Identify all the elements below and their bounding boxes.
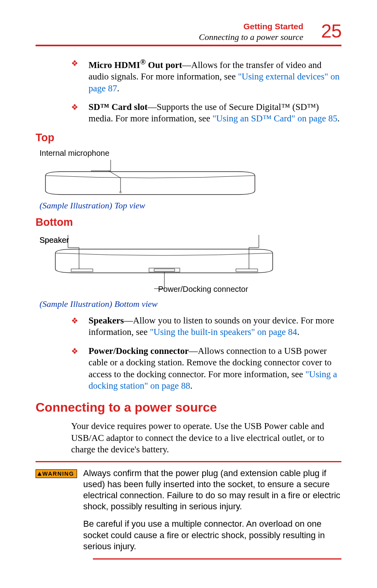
header-text-block: Getting Started Connecting to a power so… xyxy=(199,22,303,42)
warning-rule-bottom xyxy=(93,558,341,560)
bullet-item: ❖ Speakers—Allow you to listen to sounds… xyxy=(71,315,341,338)
bullet-tail: . xyxy=(190,381,192,391)
bullet-tail: . xyxy=(337,113,340,123)
bullet-bold: SD™ Card slot xyxy=(89,102,148,112)
bullet-text: SD™ Card slot—Supports the use of Secure… xyxy=(89,101,341,125)
bottom-view-svg xyxy=(40,233,292,297)
bullet-icon: ❖ xyxy=(71,315,89,326)
header-section: Connecting to a power source xyxy=(199,32,303,42)
content-top-bullets: ❖ Micro HDMI® Out port—Allows for the tr… xyxy=(36,57,341,125)
svg-rect-12 xyxy=(154,269,175,271)
top-view-svg xyxy=(40,160,265,197)
bullet-icon: ❖ xyxy=(71,101,89,113)
warning-badge: WARNING xyxy=(36,469,77,478)
bullet-text: Micro HDMI® Out port—Allows for the tran… xyxy=(89,57,341,94)
cross-ref-link[interactable]: "Using the built-in speakers" on page 84 xyxy=(150,327,297,337)
caption-top-view: (Sample Illustration) Top view xyxy=(40,200,341,211)
top-view-diagram: Internal microphone (Sample Illustration… xyxy=(36,149,341,211)
bullet-bold: Power/Docking connector xyxy=(89,346,189,356)
bottom-view-diagram: Speaker Speaker Power/Docking connector … xyxy=(36,233,341,309)
bullet-bold: Speakers xyxy=(89,316,124,325)
bullet-icon: ❖ xyxy=(71,345,89,357)
content-bottom-bullets: ❖ Speakers—Allow you to listen to sounds… xyxy=(36,315,341,392)
bullet-item: ❖ SD™ Card slot—Supports the use of Secu… xyxy=(71,101,341,125)
cross-ref-link[interactable]: "Using an SD™ Card" on page 85 xyxy=(213,113,337,123)
page-number: 25 xyxy=(321,22,341,41)
svg-point-2 xyxy=(120,191,121,193)
callout-internal-mic: Internal microphone xyxy=(40,149,109,158)
bullet-item: ❖ Power/Docking connector—Allows connect… xyxy=(71,345,341,392)
warning-triangle-icon xyxy=(38,472,41,476)
svg-rect-10 xyxy=(236,269,258,272)
bullet-item: ❖ Micro HDMI® Out port—Allows for the tr… xyxy=(71,57,341,94)
power-source-paragraph: Your device requires power to operate. U… xyxy=(71,420,341,455)
bullet-bold-cont: Out port xyxy=(146,60,182,70)
subheading-top: Top xyxy=(36,132,341,144)
warning-rule-top xyxy=(36,461,341,462)
header-chapter: Getting Started xyxy=(199,22,303,31)
bullet-tail: . xyxy=(117,83,119,93)
warning-paragraph-2: Be careful if you use a multiple connect… xyxy=(83,518,341,552)
page-header: Getting Started Connecting to a power so… xyxy=(36,22,341,42)
heading-power-source: Connecting to a power source xyxy=(36,400,341,415)
subheading-bottom: Bottom xyxy=(36,216,341,229)
warning-text: Always confirm that the power plug (and … xyxy=(83,468,341,558)
bullet-text: Power/Docking connector—Allows connectio… xyxy=(89,345,341,392)
header-rule xyxy=(36,45,341,46)
reg-mark: ® xyxy=(140,58,146,66)
svg-rect-9 xyxy=(71,269,93,272)
bullet-text: Speakers—Allow you to listen to sounds o… xyxy=(89,315,341,338)
bullet-bold: Micro HDMI xyxy=(89,60,140,70)
bullet-icon: ❖ xyxy=(71,57,89,69)
caption-bottom-view: (Sample Illustration) Bottom view xyxy=(40,299,341,309)
bullet-tail: . xyxy=(297,327,300,337)
warning-block: WARNING Always confirm that the power pl… xyxy=(36,468,341,558)
power-source-content: Your device requires power to operate. U… xyxy=(36,420,341,455)
warning-paragraph-1: Always confirm that the power plug (and … xyxy=(83,468,341,512)
warning-label-text: WARNING xyxy=(42,471,74,477)
